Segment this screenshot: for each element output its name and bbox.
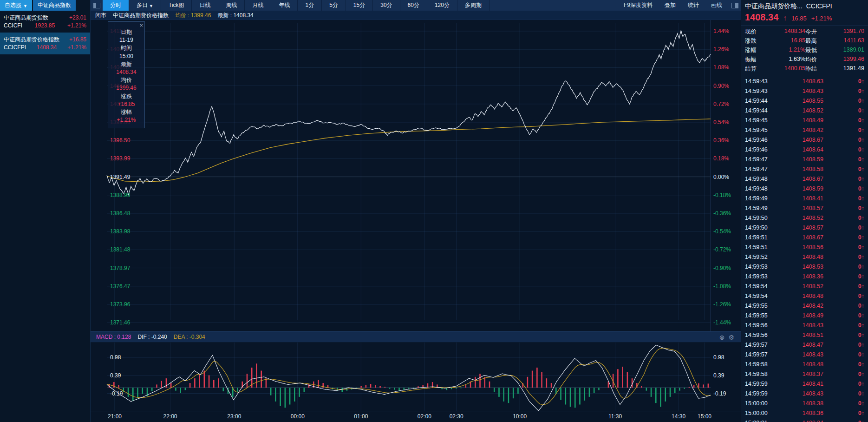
percent-axis-label: 0.72%	[713, 101, 729, 107]
tick-price: 1408.43	[776, 88, 850, 94]
period-tab-1分[interactable]: 1分	[298, 0, 322, 11]
tick-row[interactable]: 14:59:501408.570↑	[741, 223, 868, 232]
tick-row[interactable]: 14:59:541408.480↑	[741, 291, 868, 301]
period-tab-月线[interactable]: 月线	[245, 0, 271, 11]
tick-row[interactable]: 14:59:581408.370↑	[741, 369, 868, 379]
period-tab-分时[interactable]: 分时	[103, 0, 129, 11]
toolbar-action-统计[interactable]: 统计	[688, 1, 699, 9]
tick-volume: 0↑	[850, 371, 864, 377]
tick-row[interactable]: 14:59:551408.420↑	[741, 301, 868, 310]
tick-row[interactable]: 14:59:501408.520↑	[741, 213, 868, 223]
price-axis-label: 1388.99	[110, 192, 130, 198]
tick-row[interactable]: 14:59:521408.480↑	[741, 252, 868, 262]
chevron-down-icon: ▼	[23, 4, 27, 8]
period-tab-日线[interactable]: 日线	[192, 0, 218, 11]
percent-axis-label: -0.18%	[713, 192, 731, 198]
tick-time: 14:59:59	[745, 390, 776, 397]
tick-row[interactable]: 15:00:001408.380↑	[741, 398, 868, 408]
percent-axis-label: 1.26%	[713, 46, 729, 53]
toolbar-action-画线[interactable]: 画线	[711, 1, 722, 9]
tick-row[interactable]: 14:59:491408.570↑	[741, 203, 868, 213]
tick-row[interactable]: 14:59:441408.550↑	[741, 96, 868, 106]
quote-label: 现价	[745, 28, 764, 36]
tick-row[interactable]: 14:59:441408.520↑	[741, 106, 868, 115]
watchlist-item-ccicfi[interactable]: 中证商品期货指数+23.01CCICFI1923.85+1.21%	[0, 11, 90, 33]
close-icon[interactable]: ×	[139, 22, 143, 28]
tick-row[interactable]: 14:59:591408.430↑	[741, 389, 868, 398]
collapse-sidebar-button[interactable]	[91, 0, 103, 11]
tick-volume: 0↑	[850, 88, 864, 94]
period-tab-Tick图[interactable]: Tick图	[161, 0, 192, 11]
tick-row[interactable]: 14:59:591408.410↑	[741, 379, 868, 389]
tick-price: 1408.55	[776, 98, 850, 104]
tick-price: 1408.42	[776, 303, 850, 309]
tick-row[interactable]: 14:59:511408.670↑	[741, 232, 868, 242]
percent-axis-label: 1.44%	[713, 28, 729, 34]
watchlist-item-row: 中证商品期货指数+23.01	[4, 14, 86, 22]
tick-row[interactable]: 15:00:011408.340↑	[741, 418, 868, 422]
instrument-pct: +1.21%	[67, 44, 86, 52]
tick-row[interactable]: 14:59:431408.430↑	[741, 86, 868, 96]
price-axis-label: 1383.98	[110, 228, 130, 235]
toolbar-action-叠加[interactable]: 叠加	[665, 1, 676, 9]
period-tab-30分[interactable]: 30分	[373, 0, 400, 11]
tick-row[interactable]: 14:59:461408.640↑	[741, 145, 868, 154]
period-tab-周线[interactable]: 周线	[218, 0, 245, 11]
watchlist-item-ccicfpi[interactable]: 中证商品期货价格指数+16.85CCICFPI1408.34+1.21%	[0, 33, 90, 54]
tick-row[interactable]: 14:59:471408.590↑	[741, 154, 868, 164]
period-tab-5分[interactable]: 5分	[322, 0, 346, 11]
tick-row[interactable]: 14:59:531408.530↑	[741, 262, 868, 271]
crosshair-tooltip: × 日期11-19时间15:00最新1408.34均价1399.46涨跌+16.…	[108, 21, 145, 128]
tick-row[interactable]: 14:59:451408.490↑	[741, 115, 868, 125]
tick-row[interactable]: 14:59:561408.430↑	[741, 320, 868, 330]
tab-csi-commodity-index[interactable]: 中证商品指数	[33, 0, 76, 11]
tick-row[interactable]: 14:59:431408.630↑	[741, 76, 868, 86]
tick-row[interactable]: 14:59:561408.510↑	[741, 330, 868, 340]
tick-row[interactable]: 14:59:491408.410↑	[741, 193, 868, 203]
chart-main-area: 分时多日▼Tick图日线周线月线年线1分5分15分30分60分120分多周期 F…	[91, 0, 741, 422]
tick-volume: 0↑	[850, 273, 864, 280]
tick-row[interactable]: 14:59:471408.580↑	[741, 164, 868, 174]
macd-chart[interactable]: 0.980.980.390.39-0.19-0.19	[91, 343, 741, 411]
tick-row[interactable]: 14:59:531408.360↑	[741, 271, 868, 281]
period-tab-多日[interactable]: 多日▼	[129, 0, 161, 11]
tick-volume: 0↑	[850, 244, 864, 251]
toolbar-action-F9深度资料[interactable]: F9深度资料	[624, 1, 653, 9]
tick-time: 14:59:58	[745, 371, 776, 377]
tick-volume: 0↑	[850, 127, 864, 133]
tick-time: 14:59:49	[745, 205, 776, 211]
intraday-price-chart[interactable]: × 日期11-19时间15:00最新1408.34均价1399.46涨跌+16.…	[91, 20, 741, 331]
tick-row[interactable]: 14:59:511408.560↑	[741, 242, 868, 252]
quote-big-price-row: 1408.34 ↑ 16.85 +1.21%	[741, 12, 868, 26]
close-indicator-icon[interactable]: ⊗	[719, 334, 725, 341]
tab-self-selected[interactable]: 自选股 ▼	[0, 0, 32, 11]
tick-row[interactable]: 14:59:481408.590↑	[741, 184, 868, 193]
tick-row[interactable]: 14:59:451408.420↑	[741, 125, 868, 135]
tick-volume: 0↑	[850, 293, 864, 299]
period-tab-60分[interactable]: 60分	[400, 0, 427, 11]
watchlist-item-row: CCICFPI1408.34+1.21%	[4, 44, 86, 52]
watchlist-item-row: CCICFI1923.85+1.21%	[4, 22, 86, 30]
tick-row[interactable]: 14:59:481408.670↑	[741, 174, 868, 184]
tick-trade-list[interactable]: 14:59:431408.630↑14:59:431408.430↑14:59:…	[741, 76, 868, 422]
tick-row[interactable]: 14:59:461408.670↑	[741, 135, 868, 145]
tick-row[interactable]: 14:59:581408.480↑	[741, 359, 868, 369]
period-tab-15分[interactable]: 15分	[346, 0, 373, 11]
tick-row[interactable]: 14:59:551408.490↑	[741, 310, 868, 320]
tick-row[interactable]: 14:59:571408.470↑	[741, 340, 868, 349]
toggle-right-panel-button[interactable]	[729, 0, 741, 11]
period-tab-年线[interactable]: 年线	[271, 0, 298, 11]
tick-time: 14:59:49	[745, 195, 776, 202]
price-axis-label: 1386.48	[110, 210, 130, 217]
tick-row[interactable]: 14:59:541408.520↑	[741, 281, 868, 291]
period-tab-多周期[interactable]: 多周期	[457, 0, 489, 11]
quote-label: 最高	[805, 37, 825, 45]
tick-volume: 0↑	[850, 117, 864, 124]
tick-row[interactable]: 15:00:001408.360↑	[741, 408, 868, 418]
tick-row[interactable]: 14:59:571408.430↑	[741, 349, 868, 359]
time-axis-label: 21:00	[108, 413, 122, 420]
period-tab-120分[interactable]: 120分	[427, 0, 457, 11]
quote-label: 昨结	[805, 65, 825, 73]
gear-icon[interactable]: ⚙	[728, 334, 734, 341]
tick-time: 14:59:47	[745, 156, 776, 163]
